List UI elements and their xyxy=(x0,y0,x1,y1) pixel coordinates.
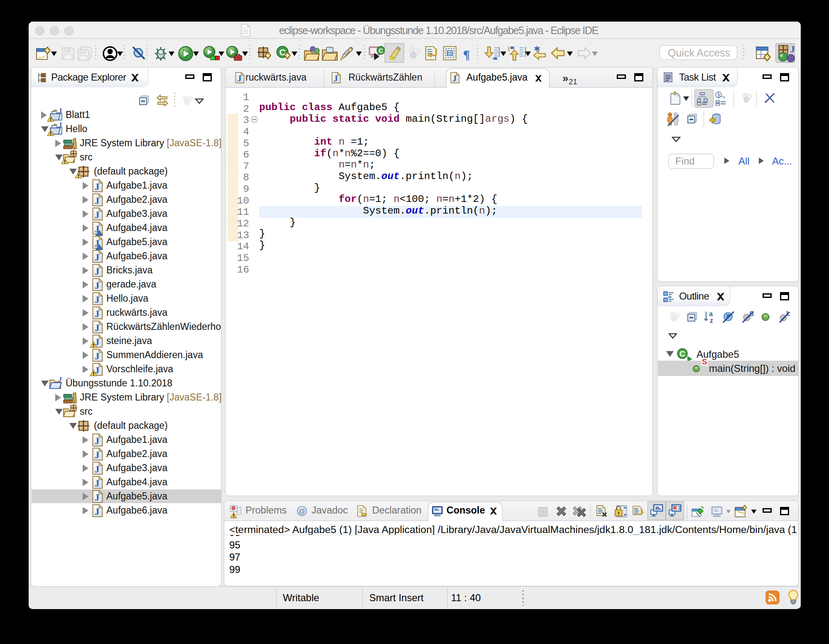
svg-text:C: C xyxy=(379,47,383,54)
svg-text:z: z xyxy=(710,317,713,324)
svg-text:a: a xyxy=(709,310,713,317)
svg-text:J: J xyxy=(790,44,795,54)
svg-text:@: @ xyxy=(298,507,305,515)
